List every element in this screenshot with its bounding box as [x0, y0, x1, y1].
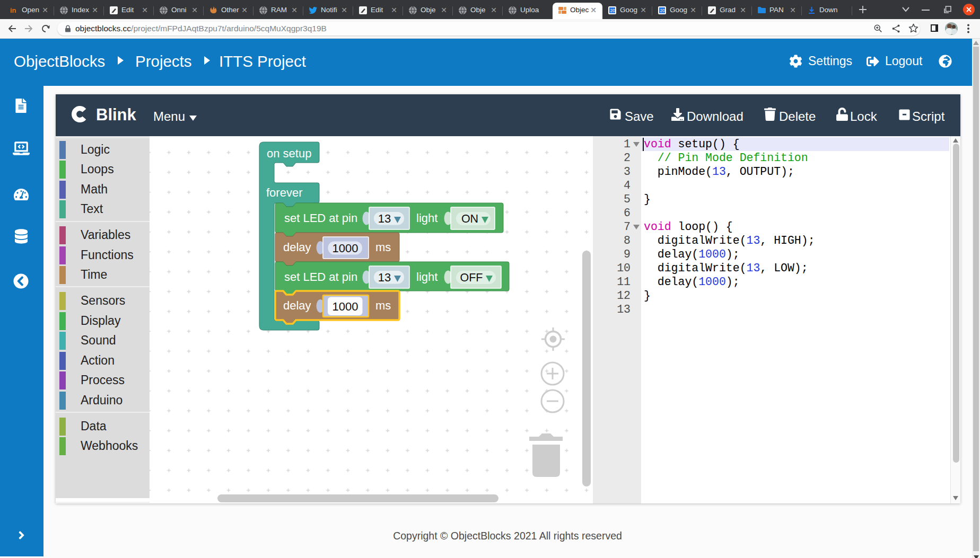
svg-text:forever: forever: [266, 186, 302, 199]
svg-text:1000: 1000: [332, 242, 358, 255]
svg-text:delay: delay: [283, 299, 311, 312]
svg-text:20: 20: [610, 8, 616, 13]
svg-text:ON: ON: [461, 212, 478, 225]
svg-text:ms: ms: [375, 241, 391, 254]
svg-text:light: light: [416, 270, 438, 284]
svg-text:on setup: on setup: [267, 147, 311, 160]
svg-text:set LED at pin: set LED at pin: [284, 270, 357, 284]
svg-text:in: in: [10, 6, 16, 14]
svg-text:13: 13: [378, 271, 391, 284]
svg-text:ms: ms: [375, 299, 391, 312]
svg-text:set LED at pin: set LED at pin: [284, 211, 357, 225]
svg-text:delay: delay: [283, 241, 311, 254]
svg-text:20: 20: [660, 8, 666, 13]
svg-text:1000: 1000: [332, 300, 358, 313]
svg-text:13: 13: [378, 212, 391, 225]
svg-text:OFF: OFF: [460, 271, 483, 284]
svg-text:light: light: [416, 211, 438, 225]
